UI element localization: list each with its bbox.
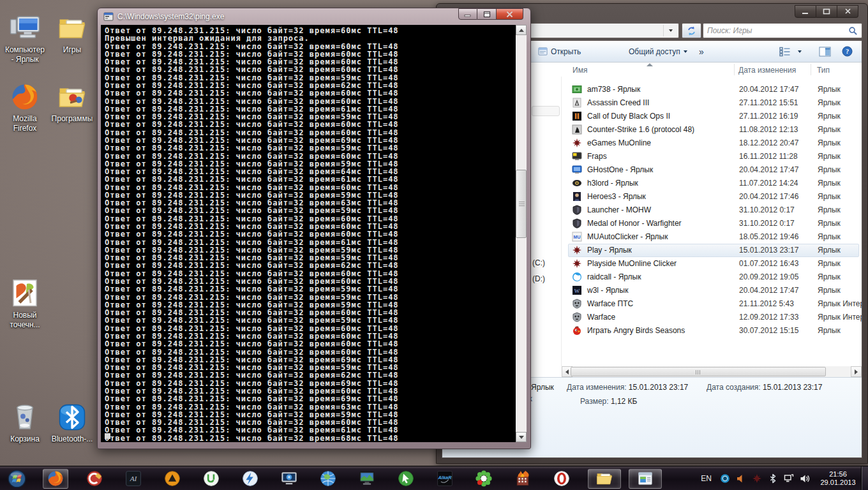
- file-row[interactable]: am738 - Ярлык20.04.2012 17:47Ярлык: [562, 83, 862, 96]
- column-header-name[interactable]: Имя: [572, 66, 587, 75]
- horizontal-scrollbar[interactable]: [562, 366, 862, 377]
- scrollbar-thumb[interactable]: [571, 367, 826, 376]
- bluetooth-tray-icon[interactable]: [768, 473, 778, 484]
- address-dropdown[interactable]: [663, 25, 677, 36]
- orange-speaker-tray-icon[interactable]: [736, 473, 746, 484]
- alkar-taskbar-button[interactable]: AlkaR: [432, 469, 458, 489]
- opera-icon: [553, 470, 571, 487]
- desktop-icon-firefox[interactable]: MozillaFirefox: [0, 82, 50, 133]
- column-separator[interactable]: [811, 64, 811, 75]
- file-row[interactable]: Heroes3 - Ярлык20.04.2012 17:46Ярлык: [562, 190, 862, 204]
- green-player-taskbar-button[interactable]: [393, 469, 419, 489]
- file-row[interactable]: eGames MuOnline18.12.2012 20:47Ярлык: [562, 137, 862, 150]
- am738-file-icon: [572, 84, 582, 94]
- utorrent-taskbar-button[interactable]: [198, 469, 224, 489]
- console-line: Ответ от 89.248.231.215: число байт=32 в…: [105, 175, 516, 183]
- volume-tray-icon[interactable]: [800, 473, 810, 484]
- desktop-icon-games-folder[interactable]: Игры: [47, 13, 97, 55]
- media-player-taskbar-button[interactable]: [276, 469, 302, 489]
- column-header-type[interactable]: Тип: [817, 66, 830, 75]
- console-titlebar[interactable]: C:\Windows\system32\ping.exe: [98, 8, 530, 25]
- close-button[interactable]: [497, 8, 523, 20]
- console-scrollbar[interactable]: [516, 25, 527, 442]
- browser-globe-taskbar-button[interactable]: [315, 469, 341, 489]
- language-indicator[interactable]: EN: [701, 474, 712, 483]
- clock[interactable]: 21:56 29.01.2013: [816, 470, 860, 487]
- file-row[interactable]: Warface12.09.2012 17:33Ярлык Интернета: [562, 311, 862, 324]
- ccleaner-taskbar-button[interactable]: [82, 469, 107, 489]
- scroll-up-button[interactable]: [516, 25, 527, 35]
- artmoney-taskbar-button[interactable]: AI: [121, 469, 146, 489]
- refresh-icon: [686, 26, 697, 36]
- taskbar: AIAlkaR EN 21:56 29.01.2013: [0, 466, 868, 490]
- file-row[interactable]: Fraps16.11.2012 11:28Ярлык: [562, 150, 862, 163]
- file-row[interactable]: Call of Duty Black Ops II27.11.2012 16:1…: [562, 110, 862, 123]
- firefox-taskbar-button[interactable]: [43, 469, 68, 489]
- fire-app-icon: [514, 470, 532, 487]
- grip-icon: [696, 370, 701, 375]
- column-header-date[interactable]: Дата изменения: [738, 66, 796, 75]
- refresh-button[interactable]: [682, 23, 701, 38]
- help-button[interactable]: ?: [839, 41, 855, 62]
- open-button[interactable]: Открыть: [535, 41, 583, 62]
- clock-time: 21:56: [816, 470, 860, 479]
- show-desktop-button[interactable]: [861, 466, 868, 490]
- file-row[interactable]: raidcall - Ярлык20.09.2012 19:05Ярлык: [562, 271, 862, 284]
- minimize-button[interactable]: [795, 5, 816, 18]
- display-taskbar-button[interactable]: [354, 469, 380, 489]
- minimize-button[interactable]: [458, 8, 477, 20]
- scroll-right-button[interactable]: [851, 366, 862, 377]
- file-row[interactable]: GHostOne - Ярлык20.04.2012 17:47Ярлык: [562, 163, 862, 177]
- file-row[interactable]: Playside MuOnline Clicker01.07.2012 16:4…: [562, 257, 862, 271]
- icq-taskbar-button[interactable]: [471, 469, 497, 489]
- share-button[interactable]: Общий доступ: [626, 41, 690, 62]
- more-commands-button[interactable]: »: [696, 41, 707, 62]
- file-row[interactable]: Counter-Strike 1.6 (protocol 48)11.08.20…: [562, 123, 862, 137]
- desktop-icon-paint-file[interactable]: Новыйточечн...: [0, 278, 50, 330]
- scrollbar-thumb[interactable]: [516, 170, 527, 238]
- close-button[interactable]: [837, 5, 858, 18]
- alkar-icon: AlkaR: [436, 470, 454, 487]
- preview-pane-button[interactable]: [816, 41, 834, 62]
- app-window-taskbar-button[interactable]: [629, 469, 662, 489]
- explorer-taskbar-button[interactable]: [588, 469, 621, 489]
- opera-taskbar-button[interactable]: [549, 469, 574, 489]
- change-view-button[interactable]: [777, 41, 804, 62]
- file-row[interactable]: h3lord - Ярлык11.07.2012 14:24Ярлык: [562, 177, 862, 190]
- firefox-icon: [47, 470, 64, 487]
- icq-icon: [475, 470, 493, 487]
- file-row[interactable]: Assassin Creed III27.11.2012 15:51Ярлык: [562, 96, 862, 110]
- file-row[interactable]: Warface ПТС21.11.2012 5:43Ярлык Интернет…: [562, 297, 862, 311]
- network-tray-icon[interactable]: [784, 473, 794, 484]
- file-row[interactable]: Play - Ярлык15.01.2013 23:17Ярлык: [562, 244, 862, 257]
- search-input[interactable]: [707, 25, 841, 36]
- drive-c-item[interactable]: (C:): [532, 258, 545, 267]
- desktop-icon-recycle-bin[interactable]: Корзина: [0, 402, 50, 444]
- desktop-icon-bluetooth[interactable]: Bluetooth-...: [47, 402, 97, 444]
- file-row[interactable]: MUMUAutoClicker - Ярлык18.05.2012 19:46Я…: [562, 230, 862, 244]
- scroll-down-button[interactable]: [516, 432, 527, 442]
- aimp-taskbar-button[interactable]: [160, 469, 185, 489]
- fire-app-taskbar-button[interactable]: [510, 469, 535, 489]
- file-row[interactable]: Играть Angry Birds Seasons30.07.2012 15:…: [562, 324, 862, 338]
- more-commands-label: »: [699, 47, 704, 57]
- file-type: Ярлык: [818, 98, 841, 107]
- start-taskbar-button[interactable]: [4, 469, 29, 489]
- maximize-button[interactable]: [816, 5, 837, 18]
- desktop-icon-programs-folder[interactable]: Программы: [47, 82, 97, 124]
- maximize-button[interactable]: [477, 8, 497, 20]
- desktop-icon-computer[interactable]: Компьютер- Ярлык: [0, 13, 50, 64]
- drive-d-item[interactable]: (D:): [532, 274, 545, 283]
- daemon-tools-taskbar-button[interactable]: [237, 469, 263, 489]
- file-date-modified: 18.12.2012 20:47: [739, 138, 798, 147]
- file-row[interactable]: Ww3l - Ярлык20.04.2012 17:47Ярлык: [562, 284, 862, 297]
- file-name: Medal of Honor - Warfighter: [587, 219, 682, 228]
- red-star-tray-icon[interactable]: [752, 473, 762, 484]
- search-box: [703, 23, 862, 38]
- console-line: Ответ от 89.248.231.215: число байт=32 в…: [105, 316, 516, 324]
- file-row[interactable]: Launcher - MOHW31.10.2012 0:17Ярлык: [562, 204, 862, 217]
- column-separator[interactable]: [734, 64, 735, 75]
- blue-app-tray-icon[interactable]: [720, 473, 730, 484]
- file-row[interactable]: Medal of Honor - Warfighter31.10.2012 0:…: [562, 217, 862, 230]
- console-output[interactable]: Ответ от 89.248.231.215: число байт=32 в…: [101, 25, 516, 442]
